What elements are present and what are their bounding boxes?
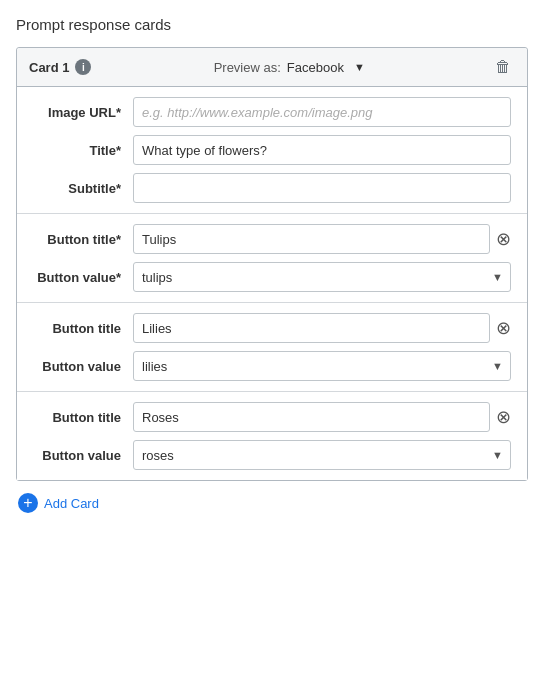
- preview-label: Preview as:: [214, 60, 281, 75]
- info-icon[interactable]: i: [75, 59, 91, 75]
- button-1-value-select[interactable]: tulips: [133, 262, 511, 292]
- button-3-value-select-wrapper: roses ▼: [133, 440, 511, 470]
- button-2-title-input[interactable]: [133, 313, 490, 343]
- title-label: Title*: [33, 143, 133, 158]
- card-container: Card 1 i Preview as: Facebook ▼ 🗑 Image …: [16, 47, 528, 481]
- button-1-title-label: Button title*: [33, 232, 133, 247]
- close-circle-icon: ⊗: [496, 230, 511, 248]
- preview-platform: Facebook: [287, 60, 344, 75]
- page-title: Prompt response cards: [16, 16, 528, 33]
- button-1-section: Button title* ⊗ Button value* tulips ▼: [17, 214, 527, 303]
- button-1-value-label: Button value*: [33, 270, 133, 285]
- close-circle-icon: ⊗: [496, 319, 511, 337]
- button-1-title-input[interactable]: [133, 224, 490, 254]
- card-header-center: Preview as: Facebook ▼: [214, 59, 369, 75]
- button-1-title-row: Button title* ⊗: [33, 224, 511, 254]
- subtitle-input[interactable]: [133, 173, 511, 203]
- button-3-title-input[interactable]: [133, 402, 490, 432]
- title-row: Title*: [33, 135, 511, 165]
- button-2-title-label: Button title: [33, 321, 133, 336]
- image-url-label: Image URL*: [33, 105, 133, 120]
- trash-icon: 🗑: [495, 58, 511, 76]
- add-card-row: + Add Card: [16, 493, 528, 513]
- card-label: Card 1: [29, 60, 69, 75]
- button-2-value-row: Button value lilies ▼: [33, 351, 511, 381]
- button-2-value-select[interactable]: lilies: [133, 351, 511, 381]
- button-2-clear-button[interactable]: ⊗: [496, 319, 511, 337]
- card-header: Card 1 i Preview as: Facebook ▼ 🗑: [17, 48, 527, 87]
- button-3-title-label: Button title: [33, 410, 133, 425]
- close-circle-icon: ⊗: [496, 408, 511, 426]
- button-3-value-row: Button value roses ▼: [33, 440, 511, 470]
- card-body: Image URL* Title* Subtitle* Button title…: [17, 87, 527, 480]
- button-1-title-input-group: ⊗: [133, 224, 511, 254]
- button-3-title-input-group: ⊗: [133, 402, 511, 432]
- subtitle-label: Subtitle*: [33, 181, 133, 196]
- button-1-clear-button[interactable]: ⊗: [496, 230, 511, 248]
- main-fields-section: Image URL* Title* Subtitle*: [17, 87, 527, 214]
- button-2-title-input-group: ⊗: [133, 313, 511, 343]
- button-2-value-label: Button value: [33, 359, 133, 374]
- button-3-value-select[interactable]: roses: [133, 440, 511, 470]
- button-1-value-row: Button value* tulips ▼: [33, 262, 511, 292]
- image-url-row: Image URL*: [33, 97, 511, 127]
- card-header-left: Card 1 i: [29, 59, 91, 75]
- button-2-section: Button title ⊗ Button value lilies ▼: [17, 303, 527, 392]
- chevron-down-icon: ▼: [354, 61, 365, 73]
- add-card-link[interactable]: Add Card: [44, 496, 99, 511]
- add-card-icon[interactable]: +: [18, 493, 38, 513]
- image-url-input[interactable]: [133, 97, 511, 127]
- button-3-value-label: Button value: [33, 448, 133, 463]
- button-2-value-select-wrapper: lilies ▼: [133, 351, 511, 381]
- preview-dropdown-button[interactable]: ▼: [350, 59, 369, 75]
- delete-card-button[interactable]: 🗑: [491, 56, 515, 78]
- button-2-title-row: Button title ⊗: [33, 313, 511, 343]
- title-input[interactable]: [133, 135, 511, 165]
- button-3-section: Button title ⊗ Button value roses ▼: [17, 392, 527, 480]
- button-3-title-row: Button title ⊗: [33, 402, 511, 432]
- button-3-clear-button[interactable]: ⊗: [496, 408, 511, 426]
- subtitle-row: Subtitle*: [33, 173, 511, 203]
- button-1-value-select-wrapper: tulips ▼: [133, 262, 511, 292]
